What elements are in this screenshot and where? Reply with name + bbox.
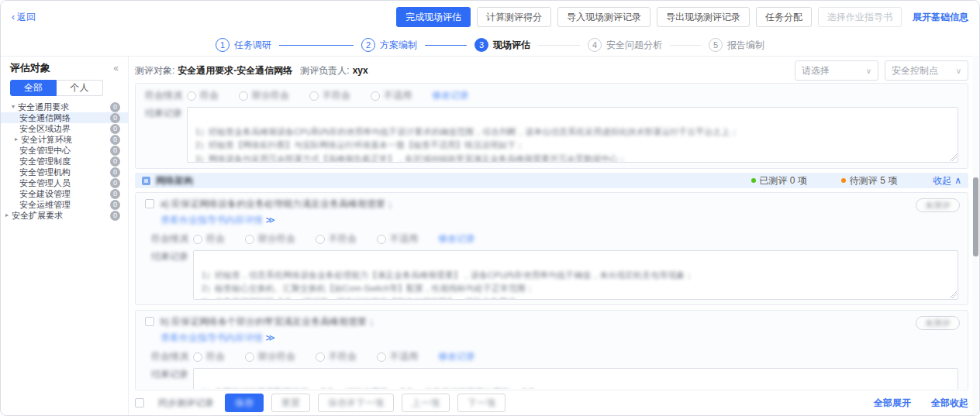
count-badge: 0 <box>110 135 120 145</box>
step-connector <box>279 45 354 46</box>
count-badge: 0 <box>110 189 120 199</box>
radio-conform[interactable]: 符合 <box>193 350 225 363</box>
item-a-record-row: 结果记录 1）经核查，信息系统网络设备业务处理能力【满足业务高峰期需要】，设备C… <box>151 250 958 300</box>
item-b-status-pill[interactable]: 未测评 <box>916 316 960 330</box>
caret-right-icon[interactable]: ▸ <box>2 210 12 221</box>
eval-object-label: 测评对象: <box>135 64 174 77</box>
export-records-button[interactable]: 导出现场测评记录 <box>657 7 750 27</box>
back-label: 返回 <box>17 11 36 24</box>
content-scroll-area: 符合情况 符合 部分符合 不符合 不适用 修改记录 结果记录 1）经核查业务高峰… <box>135 83 968 389</box>
step-plan-compile: 2 方案编制 <box>361 38 417 52</box>
radio-not-applicable[interactable]: 不适用 <box>377 350 418 363</box>
tab-personal[interactable]: 个人 <box>57 80 103 96</box>
modify-record-link[interactable]: 修改记录 <box>432 89 469 102</box>
resize-handle[interactable] <box>950 291 957 298</box>
sync-checkbox[interactable] <box>135 398 144 407</box>
item-b-radio-group: 符合 部分符合 不符合 不适用 修改记录 <box>193 350 475 363</box>
eval-object-value: 安全通用要求-安全通信网络 <box>178 64 292 77</box>
count-badge: 0 <box>110 211 120 221</box>
tree-item-management-center[interactable]: 安全管理中心 0 <box>1 145 128 156</box>
tree-item-extended-requirements[interactable]: ▸ 安全扩展要求 0 <box>1 210 128 221</box>
item-a-guide-link[interactable]: 查看作业指导书内容详情 ≫ <box>160 214 958 227</box>
tree-item-construction-mgmt[interactable]: 安全建设管理 0 <box>1 188 128 199</box>
radio-nonconform[interactable]: 不符合 <box>316 350 357 363</box>
body: 评估对象 « 全部 个人 ▾ 安全通用要求 0 安全通信网络 0 安全区域边界 <box>1 56 979 415</box>
save-button[interactable]: 保存 <box>225 394 264 412</box>
sync-checkbox-label: 同步测评记录 <box>158 397 214 410</box>
next-item-button[interactable]: 下一项 <box>457 394 506 412</box>
sidebar-title: 评估对象 <box>10 61 50 75</box>
expand-base-info-link[interactable]: 展开基础信息 <box>913 11 968 24</box>
record-textarea[interactable]: 1）经核查业务高峰期设备CPU和内存的使用率均低于设计要求的阈值范围，综合判断，… <box>187 107 958 163</box>
caret-right-icon[interactable]: ▸ <box>12 134 21 145</box>
back-chevron-icon: ‹ <box>12 12 15 22</box>
section-collapse-link[interactable]: 收起 ∧ <box>933 174 961 187</box>
filter-select[interactable]: 请选择 ∨ <box>795 60 878 81</box>
count-badge: 0 <box>110 167 120 177</box>
tree-item-general-requirements[interactable]: ▾ 安全通用要求 0 <box>1 101 128 112</box>
radio-icon <box>377 352 386 362</box>
tree-item-management-org[interactable]: 安全管理机构 0 <box>1 167 128 177</box>
radio-icon <box>187 91 196 101</box>
reset-button[interactable]: 重置 <box>271 394 310 412</box>
radio-not-applicable[interactable]: 不适用 <box>371 89 412 102</box>
item-a-checkbox[interactable] <box>145 199 154 208</box>
expand-all-link[interactable]: 全部展开 <box>874 397 911 410</box>
tree-item-management-system[interactable]: 安全管理制度 0 <box>1 156 128 167</box>
resize-handle[interactable] <box>950 154 957 161</box>
import-records-button[interactable]: 导入现场测评记录 <box>557 7 650 27</box>
eval-item-a: a) 应保证网络设备的业务处理能力满足业务高峰期需要； 查看作业指导书内容详情 … <box>135 192 968 305</box>
radio-conform[interactable]: 符合 <box>187 89 219 102</box>
collapse-all-link[interactable]: 全部收起 <box>931 397 968 410</box>
item-a-radio-group: 符合 部分符合 不符合 不适用 修改记录 <box>193 232 475 246</box>
scrollbar-thumb[interactable] <box>973 177 978 256</box>
modify-record-link[interactable]: 修改记录 <box>438 350 475 363</box>
tree-item-communication-network[interactable]: 安全通信网络 0 <box>1 112 128 123</box>
item-b-record-row: 结果记录 1）各网络链路带宽配置情况：【 】，链路使用率：【 】，业务高峰期带宽… <box>151 368 958 389</box>
count-badge: 0 <box>110 124 120 134</box>
radio-partial-conform[interactable]: 部分符合 <box>245 232 295 246</box>
finish-onsite-eval-button[interactable]: 完成现场评估 <box>396 7 471 27</box>
item-a-status-pill[interactable]: 未测评 <box>916 198 960 212</box>
tree-item-computing-env[interactable]: ▸ 安全计算环境 0 <box>1 134 128 145</box>
radio-icon <box>316 352 325 362</box>
item-a-compliance-row: 符合情况 符合 部分符合 不符合 不适用 修改记录 <box>151 232 958 246</box>
radio-partial-conform[interactable]: 部分符合 <box>239 89 289 102</box>
item-b-compliance-row: 符合情况 符合 部分符合 不符合 不适用 修改记录 <box>151 350 958 363</box>
step-2-label: 方案编制 <box>380 39 417 52</box>
item-b-checkbox[interactable] <box>145 317 154 326</box>
caret-down-icon[interactable]: ▾ <box>9 101 18 112</box>
step-3-label: 现场评估 <box>493 39 530 52</box>
count-badge: 0 <box>110 113 120 123</box>
modify-record-link[interactable]: 修改记录 <box>438 232 475 246</box>
tree-item-area-boundary[interactable]: 安全区域边界 0 <box>1 123 128 134</box>
item-b-guide-link[interactable]: 查看作业指导书内容详情 ≫ <box>160 332 958 345</box>
item-b-record-textarea[interactable]: 1）各网络链路带宽配置情况：【 】，链路使用率：【 】，业务高峰期带宽占用率：【… <box>193 368 958 389</box>
radio-icon <box>239 91 248 101</box>
step-1-label: 任务调研 <box>234 39 271 52</box>
sidebar-collapse-icon[interactable]: « <box>113 63 119 74</box>
radio-nonconform[interactable]: 不符合 <box>316 232 357 246</box>
prev-item-button[interactable]: 上一项 <box>402 394 450 412</box>
step-1-circle: 1 <box>216 38 229 52</box>
item-a-record-textarea[interactable]: 1）经核查，信息系统网络设备业务处理能力【满足业务高峰期需要】，设备CPU内存使… <box>193 250 958 300</box>
eval-meta-row: 测评对象: 安全通用要求-安全通信网络 测评负责人: xyx 请选择 ∨ 安全控… <box>135 60 968 81</box>
task-assign-button[interactable]: 任务分配 <box>756 7 812 27</box>
tab-all[interactable]: 全部 <box>10 80 57 96</box>
radio-partial-conform[interactable]: 部分符合 <box>245 350 295 363</box>
control-point-select[interactable]: 安全控制点 ∨ <box>885 60 968 81</box>
compliance-row: 符合情况 符合 部分符合 不符合 不适用 修改记录 <box>145 89 958 102</box>
count-badge: 0 <box>110 102 120 112</box>
back-button[interactable]: ‹ 返回 <box>12 11 36 24</box>
radio-conform[interactable]: 符合 <box>193 232 225 246</box>
radio-nonconform[interactable]: 不符合 <box>309 89 350 102</box>
radio-not-applicable[interactable]: 不适用 <box>377 232 418 246</box>
radio-icon <box>377 235 386 244</box>
tree-item-operation-mgmt[interactable]: 安全运维管理 0 <box>1 199 128 210</box>
select-guidebook-button[interactable]: 选择作业指导书 <box>818 7 902 27</box>
tree-item-management-personnel[interactable]: 安全管理人员 0 <box>1 177 128 188</box>
step-2-circle: 2 <box>361 38 375 52</box>
item-b-title: b) 应保证网络各个部分的带宽满足业务高峰期需要； <box>160 315 376 328</box>
save-and-next-button[interactable]: 保存并下一项 <box>318 394 394 412</box>
calc-score-button[interactable]: 计算测评得分 <box>477 7 551 27</box>
